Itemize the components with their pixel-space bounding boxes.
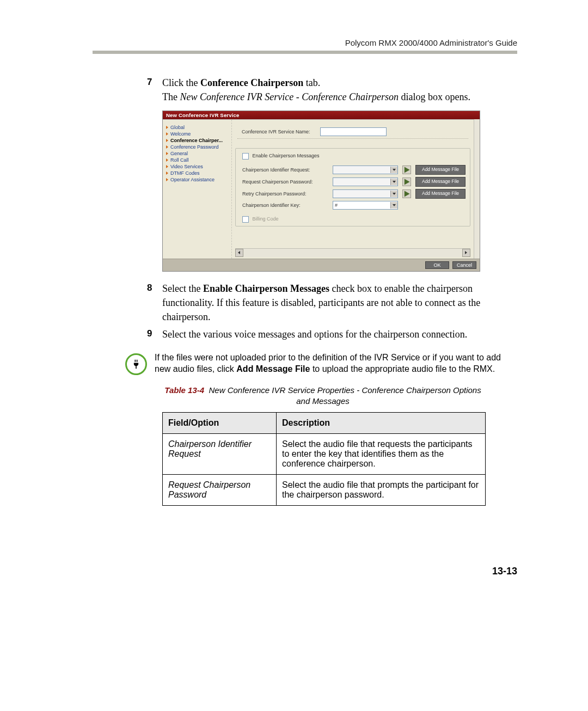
- svg-marker-0: [405, 167, 410, 173]
- nav-welcome[interactable]: Welcome: [165, 131, 229, 137]
- add-message-file-button[interactable]: Add Message File: [415, 177, 465, 187]
- options-table: Field/Option Description Chairperson Ide…: [162, 412, 486, 506]
- chevron-down-icon: [390, 191, 397, 197]
- step8-pre: Select the: [162, 283, 203, 294]
- dialog-nav: Global Welcome Conference Chairper... Co…: [163, 120, 232, 259]
- table-caption-number: Table 13-4: [164, 385, 204, 395]
- header-rule: [93, 51, 517, 54]
- nav-global[interactable]: Global: [165, 124, 229, 131]
- row-chair-id-request: Chairperson Identifier Request: Add Mess…: [242, 165, 465, 175]
- enable-chairperson-checkbox[interactable]: [242, 153, 249, 160]
- table-cell-field: Request Chairperson Password: [163, 475, 277, 506]
- dropdown[interactable]: [333, 177, 398, 186]
- service-name-label: Conference IVR Service Name:: [242, 129, 310, 134]
- chevron-right-icon: [166, 165, 168, 168]
- nav-operator-assistance[interactable]: Operator Assistance: [165, 176, 229, 183]
- chevron-right-icon: [166, 126, 168, 129]
- nav-label: Global: [170, 125, 185, 130]
- nav-general[interactable]: General: [165, 150, 229, 157]
- play-icon[interactable]: [402, 166, 411, 174]
- note-bold: Add Message File: [236, 364, 310, 373]
- cancel-button[interactable]: Cancel: [452, 261, 476, 269]
- chevron-down-icon: [390, 167, 397, 173]
- step7-text: Click the: [162, 77, 200, 88]
- nav-roll-call[interactable]: Roll Call: [165, 157, 229, 163]
- service-name-input[interactable]: [320, 127, 387, 136]
- running-header: Polycom RMX 2000/4000 Administrator's Gu…: [93, 38, 517, 47]
- table-cell-field: Chairperson Identifier Request: [163, 434, 277, 475]
- dialog-screenshot: New Conference IVR Service Global Welcom…: [162, 111, 480, 272]
- row-chair-id-key: Chairperson Identifier Key: #: [242, 201, 465, 210]
- dropdown[interactable]: [333, 166, 398, 174]
- chevron-right-icon: [166, 152, 168, 155]
- step8-bold: Enable Chairperson Messages: [203, 283, 329, 294]
- nav-label: Conference Password: [170, 144, 219, 150]
- chevron-right-icon: [166, 178, 168, 181]
- chevron-right-icon: [166, 158, 168, 162]
- step7-bold: Conference Chairperson: [200, 77, 303, 88]
- enable-chairperson-label: Enable Chairperson Messages: [253, 154, 320, 159]
- step9-text: Select the various voice messages and op…: [162, 327, 517, 341]
- play-icon[interactable]: [402, 189, 411, 198]
- table-row: Chairperson Identifier Request Select th…: [163, 434, 486, 475]
- scroll-left-icon[interactable]: [235, 249, 243, 257]
- field-label: Chairperson Identifier Key:: [242, 203, 328, 208]
- step7-text2: tab.: [303, 77, 320, 88]
- step-number: 9: [147, 327, 162, 341]
- field-label: Request Chairperson Password:: [242, 179, 328, 185]
- field-label: Retry Chairperson Password:: [242, 191, 328, 197]
- chevron-down-icon: [390, 202, 397, 209]
- row-request-chair-password: Request Chairperson Password: Add Messag…: [242, 177, 465, 187]
- add-message-file-button[interactable]: Add Message File: [415, 189, 465, 199]
- table-header-description: Description: [277, 413, 486, 434]
- chevron-right-icon: [166, 132, 168, 136]
- step7-italic: New Conference IVR Service - Conference …: [180, 91, 399, 102]
- nav-label: Video Services: [170, 164, 203, 169]
- nav-label: Conference Chairper...: [170, 138, 223, 143]
- table-caption-text: New Conference IVR Service Properties - …: [209, 385, 481, 406]
- table-row: Request Chairperson Password Select the …: [163, 475, 486, 506]
- nav-conference-chairperson[interactable]: Conference Chairper...: [165, 137, 229, 144]
- step7-line2a: The: [162, 91, 180, 102]
- svg-marker-1: [405, 179, 410, 185]
- step7-line2b: dialog box opens.: [399, 91, 470, 102]
- nav-label: Operator Assistance: [170, 177, 215, 182]
- table-header-field: Field/Option: [163, 413, 277, 434]
- field-label: Chairperson Identifier Request:: [242, 167, 328, 173]
- horizontal-scrollbar[interactable]: [235, 248, 470, 257]
- step-8: 8 Select the Enable Chairperson Messages…: [147, 281, 517, 324]
- step-7: 7 Click the Conference Chairperson tab. …: [147, 76, 517, 104]
- table-caption: Table 13-4 New Conference IVR Service Pr…: [162, 385, 483, 407]
- play-icon[interactable]: [402, 177, 411, 186]
- billing-code-label: Billing Code: [253, 217, 279, 222]
- chevron-right-icon: [166, 145, 168, 149]
- chevron-right-icon: [166, 139, 168, 142]
- dropdown[interactable]: [333, 189, 398, 198]
- dropdown-value: #: [333, 203, 338, 208]
- nav-label: DTMF Codes: [170, 170, 200, 176]
- nav-video-services[interactable]: Video Services: [165, 163, 229, 170]
- row-retry-chair-password: Retry Chairperson Password: Add Message …: [242, 189, 465, 199]
- add-message-file-button[interactable]: Add Message File: [415, 165, 465, 175]
- vertical-scrollbar[interactable]: [474, 119, 480, 259]
- table-cell-desc: Select the audio file that prompts the p…: [277, 475, 486, 506]
- dialog-title: New Conference IVR Service: [163, 111, 480, 119]
- billing-code-checkbox[interactable]: [242, 216, 249, 223]
- ok-button[interactable]: OK: [425, 261, 449, 269]
- step-number: 7: [147, 76, 162, 104]
- nav-label: Welcome: [170, 131, 191, 137]
- nav-conference-password[interactable]: Conference Password: [165, 144, 229, 150]
- dropdown[interactable]: #: [333, 201, 398, 210]
- chevron-down-icon: [390, 179, 397, 185]
- table-cell-desc: Select the audio file that requests the …: [277, 434, 486, 475]
- step-number: 8: [147, 281, 162, 324]
- nav-dtmf-codes[interactable]: DTMF Codes: [165, 170, 229, 176]
- page-number: 13-13: [93, 566, 517, 577]
- nav-label: General: [170, 151, 188, 156]
- nav-label: Roll Call: [170, 157, 189, 163]
- scroll-right-icon[interactable]: [462, 249, 470, 257]
- note-callout: If the files were not uploaded prior to …: [125, 352, 517, 375]
- chevron-right-icon: [166, 171, 168, 175]
- plug-icon: [125, 353, 147, 375]
- step-9: 9 Select the various voice messages and …: [147, 327, 517, 341]
